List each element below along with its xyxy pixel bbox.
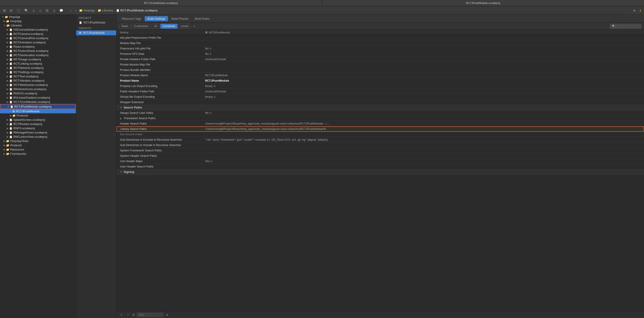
tab-build-rules[interactable]: Build Rules	[192, 16, 212, 21]
sidebar-item-products-rctj[interactable]: ▶ 📁 Products	[0, 113, 76, 118]
filter-input[interactable]	[136, 313, 164, 317]
table-row[interactable]: Product Module Name RCTJPushModule	[116, 73, 644, 78]
sidebar-item-rnfs[interactable]: ▶ 📋 RNFS.xcodeproj	[0, 126, 76, 130]
table-row[interactable]: Wrapper Extension	[116, 100, 644, 105]
search-box[interactable]: 🔍	[610, 24, 641, 29]
remove-setting-button[interactable]: −	[126, 313, 130, 317]
table-row[interactable]: ▶ Framework Search Paths	[116, 116, 644, 121]
tab-build-phases[interactable]: Build Phases	[169, 16, 191, 21]
sidebar-item-rctactionsheet[interactable]: ▶ 📋 RCTActionSheet.xcodeproj	[0, 49, 76, 53]
sidebar-item-bvlinear[interactable]: ▶ 📋 BVLinearGradient.xcodeproj	[0, 96, 76, 100]
setting-value: No ⇅	[205, 52, 640, 55]
table-row[interactable]: Rez Search Paths	[116, 132, 644, 137]
breadcrumb-xcodeproj[interactable]: 📋 RCTJPushModule.xcodeproj	[116, 9, 158, 12]
sidebar-item-rncustomview[interactable]: ▶ 📋 RNCustomView.xcodeproj	[0, 135, 76, 139]
add-filter-button[interactable]: +	[192, 24, 197, 29]
sidebar-item-hscourse[interactable]: ▶ 📋 HSCourseDetail.xcodeproj	[0, 27, 76, 32]
table-row[interactable]: Public Headers Folder Path /usr/local/in…	[116, 89, 644, 94]
sidebar-item-products-top[interactable]: ▶ 📁 Products	[0, 143, 76, 147]
sidebar-label: BVLinearGradient.xcodeproj	[14, 96, 50, 99]
sidebar-label: React.xcodeproj	[14, 45, 34, 48]
sidebar-item-rctgeolocation[interactable]: ▶ 📋 RCTGeolocation.xcodeproj	[0, 53, 76, 57]
sidebar-item-rctjpush[interactable]: ▼ 📋 RCTJPushModule.xcodeproj	[0, 104, 76, 109]
sidebar-item-frameworks[interactable]: ▶ 📁 Frameworks	[0, 152, 76, 156]
xcodeproj-icon: 📋	[9, 62, 12, 65]
table-row[interactable]: Product Bundle Identifier	[116, 67, 644, 73]
table-row[interactable]: User Header Search Paths	[116, 164, 644, 169]
table-row[interactable]: Strings file Output Encoding binary ⇅	[116, 94, 644, 100]
table-row[interactable]: Header Search Paths /Users/mengft/Projec…	[116, 121, 644, 126]
table-row[interactable]: Private Headers Folder Path /usr/local/i…	[116, 57, 644, 62]
sidebar-item-resources[interactable]: ▶ 📁 Resources	[0, 147, 76, 152]
table-row[interactable]: Property List Output Encoding binary ⇅	[116, 83, 644, 89]
table-row[interactable]: Preprocess Info.plist File No ⇅	[116, 46, 644, 51]
sidebar-item-rctjpush-target[interactable]: ▶ 🏛 RCTJPushModule	[0, 109, 76, 113]
table-row[interactable]: Always Search User Paths No ⇅	[116, 110, 644, 116]
back-button[interactable]: ‹	[69, 8, 73, 13]
targets-section-label: TARGETS	[76, 25, 116, 30]
project-item-rctjpush-proj[interactable]: 📋 RCTJPushModule	[76, 20, 116, 25]
table-row[interactable]: Product Name RCTJPushModule	[116, 78, 644, 83]
table-row[interactable]: Info.plist Preprocessor Prefix File	[116, 35, 644, 40]
sidebar-item-rctcameraroll[interactable]: ▶ 📋 RCTCameraRoll.xcodeproj	[0, 36, 76, 40]
sidebar-item-rctvibration[interactable]: ▶ 📋 RCTVibration.xcodeproj	[0, 78, 76, 83]
sidebar-item-rnsvg[interactable]: ▶ 📋 RNSVG.xcodeproj	[0, 91, 76, 96]
tag-button[interactable]: ⊐	[51, 8, 57, 13]
section-signing[interactable]: ▼ Signing	[116, 169, 644, 175]
sidebar-item-react[interactable]: ▶ 📋 React.xcodeproj	[0, 44, 76, 49]
sidebar-item-rctjcore[interactable]: ▶ 📋 RCTJCoreModule.xcodeproj	[0, 100, 76, 104]
sidebar-item-rctrestart[interactable]: ▶ 📋 RCTRestart.xcodeproj	[0, 122, 76, 126]
search-input[interactable]	[616, 25, 639, 28]
filter-combined[interactable]: Combined	[160, 24, 178, 29]
list-button[interactable]: ☰	[44, 8, 50, 13]
section-search-paths[interactable]: ▼ Search Paths	[116, 105, 644, 110]
sidebar-item-hmpapp-child[interactable]: ▶ 📁 HmpApp	[0, 19, 76, 23]
project-item-rctjpush-target[interactable]: 🏛 RCTJPushModule	[76, 30, 116, 35]
table-row[interactable]: Use Header Maps Yes ⇅	[116, 159, 644, 164]
sidebar-item-hmptests[interactable]: ▶ 📁 HmpAppTests	[0, 139, 76, 143]
sidebar-item-rctlinking[interactable]: ▶ 📋 RCTLinking.xcodeproj	[0, 61, 76, 66]
filter-levels[interactable]: Levels	[178, 24, 191, 29]
sidebar-item-rctwebsocket[interactable]: ▶ 📋 RCTWebSocket.xcodeproj	[0, 83, 76, 87]
chat-button[interactable]: 💬	[58, 8, 64, 13]
warning-button[interactable]: ⚠	[31, 8, 36, 13]
filter-basic[interactable]: Basic	[119, 24, 130, 29]
table-row[interactable]: Preserve HFS Data No ⇅	[116, 51, 644, 57]
tab-build-settings[interactable]: Build Settings	[145, 16, 168, 21]
table-row[interactable]: Sub-Directories to Include in Recursive …	[116, 143, 644, 148]
sidebar-item-hmpapp-root[interactable]: ▼ 📁 HmpApp	[0, 15, 76, 19]
diamond-button[interactable]: ◇	[38, 8, 43, 13]
table-row[interactable]: System Framework Search Paths	[116, 148, 644, 153]
setting-name: Public Headers Folder Path	[120, 90, 205, 93]
chevron-right-icon: ▶	[4, 140, 5, 142]
library-search-paths-row[interactable]: Library Search Paths /Users/mengft/Proje…	[116, 126, 644, 132]
table-row[interactable]: Sub-Directories to Exclude in Recursive …	[116, 137, 644, 143]
breadcrumb-libraries[interactable]: 📁 Libraries	[98, 9, 113, 12]
tab-resource-tags[interactable]: Resource Tags	[119, 16, 144, 21]
breadcrumb-hmpapp[interactable]: 📁 HmpApp	[79, 9, 95, 12]
filter-customized[interactable]: Customized	[132, 24, 150, 29]
add-setting-button[interactable]: +	[119, 313, 124, 317]
table-row[interactable]: Module Map File	[116, 40, 644, 46]
filter-all[interactable]: All	[152, 24, 160, 29]
sidebar-item-rctimage[interactable]: ▶ 📋 RCTImage.xcodeproj	[0, 57, 76, 61]
sidebar-label: RCTAnimation.xcodeproj	[14, 41, 46, 44]
sidebar-item-splashscreen[interactable]: ▶ 📋 SplashScreen.xcodeproj	[0, 118, 76, 122]
forward-button[interactable]: ›	[74, 8, 78, 13]
grid-button[interactable]: ⊟	[8, 8, 14, 13]
sidebar-item-rnvectoricons[interactable]: ▶ 📋 RNVectorIcons.xcodeproj	[0, 87, 76, 91]
sidebar-item-rnimagepicker[interactable]: ▶ 📋 RNImagePicker.xcodeproj	[0, 130, 76, 135]
error-badge-button[interactable]: ⊗	[632, 8, 637, 13]
sidebar-toggle-button[interactable]: ⊞	[2, 8, 7, 13]
sidebar-item-rctcamera[interactable]: ▶ 📋 RCTCamera.xcodeproj	[0, 32, 76, 36]
sidebar-item-libraries[interactable]: ▼ 📂 Libraries	[0, 23, 76, 27]
table-row[interactable]: System Header Search Paths	[116, 153, 644, 159]
table-row[interactable]: Private Module Map File	[116, 62, 644, 67]
sidebar-item-rctanimation[interactable]: ▶ 📋 RCTAnimation.xcodeproj	[0, 40, 76, 44]
sidebar-item-rcttext[interactable]: ▶ 📋 RCTText.xcodeproj	[0, 74, 76, 78]
sidebar-item-rctnetwork[interactable]: ▶ 📋 RCTNetwork.xcodeproj	[0, 66, 76, 70]
info-button[interactable]: ℹ	[638, 8, 642, 13]
sidebar-item-rctsettings[interactable]: ▶ 📋 RCTSettings.xcodeproj	[0, 70, 76, 74]
stop-button[interactable]: ⬛	[15, 8, 22, 13]
search-button[interactable]: 🔍	[23, 8, 30, 13]
